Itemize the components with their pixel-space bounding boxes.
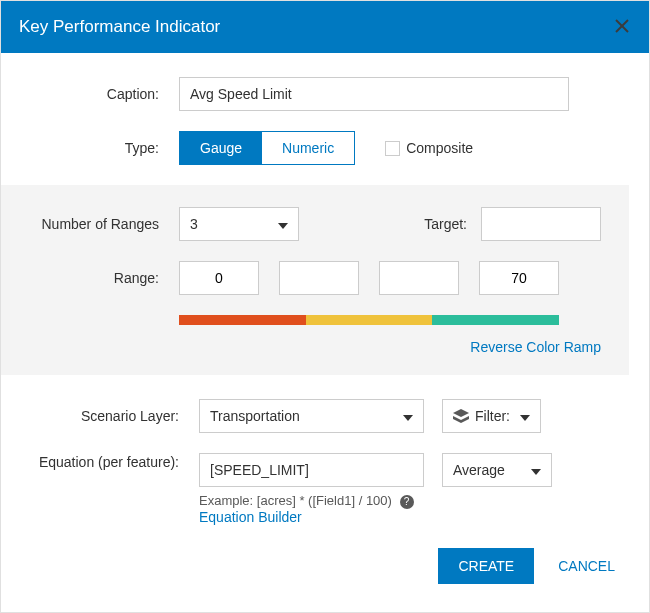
dialog-header: Key Performance Indicator: [1, 1, 649, 53]
aggregation-select[interactable]: Average: [442, 453, 552, 487]
caret-down-icon: [403, 408, 413, 424]
caption-input[interactable]: [179, 77, 569, 111]
composite-checkbox[interactable]: Composite: [385, 140, 473, 156]
range-input-1[interactable]: [279, 261, 359, 295]
type-label: Type:: [9, 140, 179, 157]
range-input-3[interactable]: [479, 261, 559, 295]
caption-label: Caption:: [9, 86, 179, 103]
number-of-ranges-value: 3: [190, 216, 198, 232]
ramp-segment-1: [306, 315, 433, 325]
cancel-button[interactable]: CANCEL: [552, 557, 621, 575]
layers-icon: [453, 409, 469, 423]
equation-hint: Example: [acres] * ([Field1] / 100) ?: [199, 493, 414, 509]
type-gauge-button[interactable]: Gauge: [180, 132, 262, 164]
equation-input[interactable]: [199, 453, 424, 487]
type-numeric-button[interactable]: Numeric: [262, 132, 354, 164]
filter-button[interactable]: Filter:: [442, 399, 541, 433]
number-of-ranges-select[interactable]: 3: [179, 207, 299, 241]
number-of-ranges-label: Number of Ranges: [9, 216, 179, 233]
scenario-layer-label: Scenario Layer:: [9, 408, 199, 425]
target-label: Target:: [424, 216, 481, 232]
caret-down-icon: [531, 462, 541, 478]
dialog-body: Caption: Type: Gauge Numeric Composite N…: [1, 53, 649, 548]
range-input-0[interactable]: [179, 261, 259, 295]
ramp-segment-2: [432, 315, 559, 325]
create-button[interactable]: CREATE: [438, 548, 534, 584]
caret-down-icon: [520, 408, 530, 424]
scenario-row: Scenario Layer: Transportation Filter:: [9, 399, 621, 433]
color-ramp: [179, 315, 559, 325]
composite-label: Composite: [406, 140, 473, 156]
scenario-layer-select[interactable]: Transportation: [199, 399, 424, 433]
dialog-title: Key Performance Indicator: [19, 17, 220, 37]
ranges-top-row: Number of Ranges 3 Target:: [9, 207, 601, 241]
ranges-panel: Number of Ranges 3 Target: Range:: [1, 185, 629, 375]
ramp-segment-0: [179, 315, 306, 325]
reverse-ramp-row: Reverse Color Ramp: [9, 339, 601, 355]
help-icon[interactable]: ?: [400, 495, 414, 509]
target-input[interactable]: [481, 207, 601, 241]
caption-row: Caption:: [9, 77, 621, 111]
type-row: Type: Gauge Numeric Composite: [9, 131, 621, 165]
kpi-dialog: Key Performance Indicator Caption: Type:…: [0, 0, 650, 613]
caret-down-icon: [278, 216, 288, 232]
scenario-layer-value: Transportation: [210, 408, 300, 424]
dialog-footer: CREATE CANCEL: [1, 548, 649, 612]
aggregation-value: Average: [453, 462, 505, 478]
range-input-2[interactable]: [379, 261, 459, 295]
range-label: Range:: [9, 270, 179, 287]
equation-builder-link[interactable]: Equation Builder: [199, 509, 302, 525]
filter-label: Filter:: [475, 408, 510, 424]
checkbox-icon: [385, 141, 400, 156]
equation-row: Equation (per feature): Average Example:…: [9, 453, 621, 525]
equation-label: Equation (per feature):: [9, 453, 199, 471]
close-icon: [614, 18, 630, 34]
range-values-row: Range:: [9, 261, 601, 295]
type-segmented: Gauge Numeric: [179, 131, 355, 165]
reverse-color-ramp-link[interactable]: Reverse Color Ramp: [470, 339, 601, 355]
close-button[interactable]: [611, 15, 633, 37]
